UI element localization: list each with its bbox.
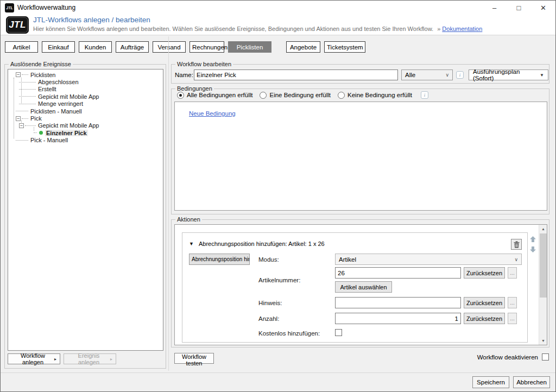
minimize-button[interactable]: – — [482, 1, 507, 15]
kostenlos-hinzufuegen-checkbox[interactable] — [335, 329, 342, 336]
more-button[interactable]: ... — [508, 313, 517, 324]
action-card-body: Abrechnungsposition hinzufügen∨Modus:Art… — [189, 254, 522, 339]
app-icon: JTL — [5, 3, 14, 12]
artikelnummer-input[interactable] — [335, 267, 461, 279]
cancel-button[interactable]: Abbrechen — [513, 376, 550, 388]
radio-label: Alle Bedingungen erfüllt — [187, 92, 252, 98]
tab-ticketsystem[interactable]: Ticketsystem — [324, 41, 365, 53]
tree-connector — [19, 104, 36, 104]
tree-item-gepickt-mit-mobile-app[interactable]: −Gepickt mit Mobile App — [8, 122, 163, 129]
deactivate-workflow-checkbox[interactable] — [542, 353, 549, 361]
reset-button[interactable]: Zurücksetzen — [464, 313, 505, 324]
field-label: Kostenlos hinzufügen: — [252, 330, 335, 337]
field-label: Hinweis: — [252, 300, 335, 306]
tree-item-gepickt-mit-mobile-app[interactable]: Gepickt mit Mobile App — [8, 93, 163, 100]
conditions-groupbox: Bedingungen i Alle Bedingungen erfülltEi… — [171, 88, 549, 214]
action-card: ▼ Abrechnungsposition hinzufügen: Artike… — [182, 232, 528, 343]
page-subtitle: Hier können Sie Workflows anlegen und be… — [33, 26, 482, 32]
tree-expander-icon[interactable]: − — [16, 72, 21, 77]
tree-expander-icon[interactable]: − — [19, 123, 24, 128]
tree-expander-icon[interactable]: − — [16, 116, 21, 121]
actions-list: ▼ Abrechnungsposition hinzufügen: Artike… — [174, 224, 547, 345]
tree-item-label: Gepickt mit Mobile App — [37, 93, 100, 100]
execution-plan-dropdown[interactable]: Ausführungsplan (Sofort) ▼ — [469, 69, 548, 80]
tree-item-abgeschlossen[interactable]: Abgeschlossen — [8, 78, 163, 85]
tree-line — [21, 78, 22, 103]
tree-item-label: Erstellt — [37, 86, 58, 92]
tree-item-picklisten[interactable]: −Picklisten — [8, 71, 163, 78]
tree-item-label: Menge verringert — [37, 100, 84, 107]
move-down-icon[interactable] — [529, 246, 536, 253]
scrollbar-thumb[interactable] — [540, 233, 547, 298]
conditions-list: Neue Bedingung — [174, 102, 547, 211]
tab-picklisten[interactable]: Picklisten — [228, 41, 271, 53]
more-button[interactable]: ... — [508, 297, 517, 308]
tree-connector — [22, 118, 28, 119]
radio-keine-bedingung-erfuellt[interactable]: Keine Bedingung erfüllt — [338, 92, 412, 99]
name-label: Name: — [175, 72, 193, 78]
close-button[interactable]: ✕ — [531, 1, 555, 15]
radio-label: Keine Bedingung erfüllt — [348, 92, 412, 98]
tree-line — [34, 127, 34, 131]
reset-button[interactable]: Zurücksetzen — [464, 267, 505, 279]
radio-eine-bedingung-erfuellt[interactable]: Eine Bedingung erfüllt — [260, 92, 331, 99]
documentation-link[interactable]: Dokumentation — [442, 26, 482, 32]
tree-item-picklisten-manuell[interactable]: Picklisten - Manuell — [8, 108, 163, 115]
reset-button[interactable]: Zurücksetzen — [464, 297, 505, 308]
anzahl-input[interactable] — [335, 313, 461, 324]
tab-bar: ArtikelEinkaufKundenAufträgeVersandRechn… — [5, 41, 365, 53]
action-reorder-controls — [529, 236, 536, 253]
info-icon[interactable]: i — [456, 71, 464, 79]
workflow-groupbox-title: Workflow bearbeiten — [175, 61, 233, 67]
events-tree: −PicklistenAbgeschlossenErstelltGepickt … — [8, 69, 163, 351]
tree-item-einzelner-pick[interactable]: Einzelner Pick — [8, 129, 163, 136]
workflow-groupbox: Workflow bearbeiten Name: Alle ∨ i Ausfü… — [171, 64, 549, 84]
tree-item-erstellt[interactable]: Erstellt — [8, 86, 163, 93]
tab-artikel[interactable]: Artikel — [5, 41, 38, 53]
move-up-icon[interactable] — [529, 236, 536, 243]
actions-groupbox: Aktionen ▼ Abrechnungsposition hinzufüge… — [171, 219, 549, 347]
new-condition-link[interactable]: Neue Bedingung — [189, 110, 236, 117]
tree-connector — [16, 111, 28, 111]
tree-line — [14, 78, 14, 138]
radio-icon — [260, 92, 267, 99]
deactivate-workflow-row: Workflow deaktivieren — [477, 353, 549, 361]
tree-item-pick[interactable]: −Pick — [8, 115, 163, 122]
tree-item-pick-manuell[interactable]: Pick - Manuell — [8, 137, 163, 144]
save-button[interactable]: Speichern — [472, 376, 509, 388]
action-type-select[interactable]: Abrechnungsposition hinzufügen∨ — [189, 254, 250, 265]
panel-splitter[interactable] — [168, 36, 169, 371]
modus-select[interactable]: Artikel∨ — [335, 254, 522, 265]
scroll-down-icon[interactable]: ▼ — [539, 337, 547, 345]
tree-item-menge-verringert[interactable]: Menge verringert — [8, 100, 163, 108]
tab-angebote[interactable]: Angebote — [286, 41, 320, 53]
artikel-auswaehlen-button[interactable]: Artikel auswählen — [335, 281, 392, 293]
delete-action-button[interactable] — [511, 239, 522, 250]
radio-alle-bedingungen-erfuellt[interactable]: Alle Bedingungen erfüllt — [177, 92, 252, 99]
collapse-arrow-icon[interactable]: ▼ — [189, 241, 194, 246]
tree-item-label: Pick — [29, 115, 43, 122]
create-workflow-button[interactable]: Workflow anlegen▸ — [8, 353, 60, 364]
info-icon[interactable]: i — [421, 91, 428, 99]
tab-versand[interactable]: Versand — [153, 41, 186, 53]
app-window: JTL Workflowverwaltung – □ ✕ JTL JTL-Wor… — [0, 0, 556, 392]
radio-icon — [338, 92, 345, 99]
link-prefix: » — [437, 26, 440, 32]
tab-einkauf[interactable]: Einkauf — [42, 41, 75, 53]
more-button[interactable]: ... — [508, 267, 517, 279]
maximize-button[interactable]: □ — [507, 1, 531, 15]
actions-scrollbar[interactable]: ▲ ▼ — [539, 225, 547, 345]
tab-auftraege[interactable]: Aufträge — [116, 41, 149, 53]
tab-kunden[interactable]: Kunden — [79, 41, 112, 53]
hinweis-input[interactable] — [335, 297, 461, 308]
scroll-up-icon[interactable]: ▲ — [539, 225, 547, 233]
menu-arrow-icon: ▸ — [54, 357, 56, 362]
actions-groupbox-title: Aktionen — [175, 216, 202, 223]
create-event-button[interactable]: Ereignis anlegen▸ — [64, 353, 116, 364]
scope-select[interactable]: Alle ∨ — [401, 69, 453, 80]
workflow-name-input[interactable] — [194, 69, 398, 80]
tree-connector — [16, 140, 28, 141]
footer-bar: Speichern Abbrechen — [1, 372, 555, 391]
tab-rechnungen[interactable]: Rechnungen — [189, 41, 224, 53]
test-workflow-button[interactable]: Workflow testen — [174, 353, 214, 364]
